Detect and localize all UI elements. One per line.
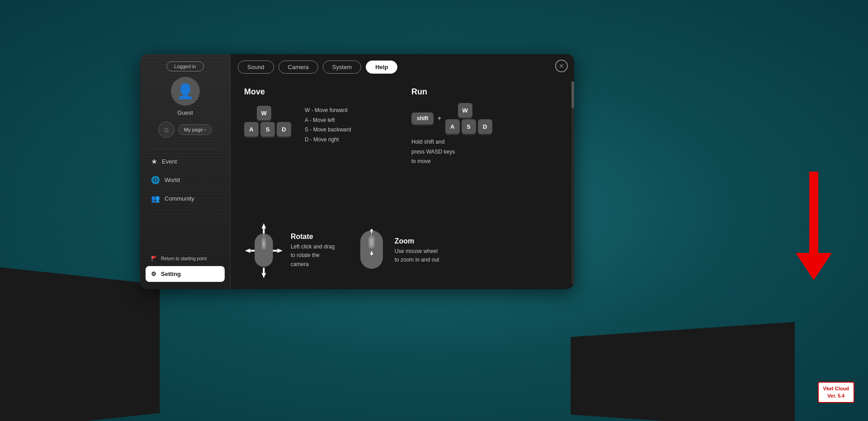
run-key-w: W bbox=[458, 103, 472, 117]
svg-rect-3 bbox=[263, 268, 265, 273]
tab-camera[interactable]: Camera bbox=[278, 61, 318, 74]
move-section: Move W A bbox=[244, 87, 393, 212]
bg-block-right bbox=[571, 322, 795, 421]
zoom-desc-block: Zoom Use mouse wheel to zoom in and out bbox=[395, 237, 439, 264]
bg-block-left bbox=[0, 267, 160, 421]
key-d: D bbox=[277, 122, 291, 136]
sidebar: Logged in 👤 Guest ⌂ My page › ★ Event 🌐 … bbox=[140, 54, 231, 289]
sidebar-item-world[interactable]: 🌐 World bbox=[146, 171, 225, 189]
tab-sound[interactable]: Sound bbox=[238, 61, 274, 74]
tabs-row: Sound Camera System Help ✕ bbox=[231, 54, 574, 78]
sidebar-divider bbox=[149, 149, 221, 149]
svg-rect-11 bbox=[263, 241, 265, 247]
home-button[interactable]: ⌂ bbox=[158, 122, 175, 138]
return-label: Return to starting point bbox=[161, 256, 207, 262]
sidebar-item-community[interactable]: 👥 Community bbox=[146, 190, 225, 207]
svg-marker-4 bbox=[245, 248, 250, 253]
flag-icon: 🚩 bbox=[151, 256, 157, 262]
key-w: W bbox=[257, 106, 271, 120]
sidebar-item-label: Event bbox=[162, 158, 177, 165]
zoom-section: Zoom Use mouse wheel to zoom in and out bbox=[356, 221, 449, 280]
key-shift: shift bbox=[411, 112, 434, 124]
zoom-description: Use mouse wheel to zoom in and out bbox=[395, 247, 439, 264]
username-label: Guest bbox=[177, 109, 193, 116]
move-title: Move bbox=[244, 87, 393, 97]
svg-marker-6 bbox=[277, 248, 283, 253]
zoom-mouse-icon bbox=[356, 226, 387, 276]
scrollbar-thumb[interactable] bbox=[571, 81, 574, 108]
close-button[interactable]: ✕ bbox=[555, 60, 568, 72]
run-key-d: D bbox=[478, 119, 492, 134]
run-description: Hold shift and press WASD keys to move bbox=[411, 137, 561, 167]
svg-marker-0 bbox=[262, 223, 266, 229]
move-description: W - Move forward A - Move left S - Move … bbox=[305, 106, 351, 145]
run-section: Run shift + W A bbox=[411, 87, 561, 212]
run-keys: shift + W A bbox=[411, 103, 561, 134]
avatar-icon: 👤 bbox=[176, 83, 194, 100]
plus-sign: + bbox=[437, 114, 441, 122]
rotate-section: Rotate Left click and drag to rotate the… bbox=[244, 221, 338, 280]
svg-marker-2 bbox=[262, 273, 266, 278]
rotate-title: Rotate bbox=[291, 233, 338, 241]
key-s: S bbox=[260, 122, 275, 136]
key-a: A bbox=[244, 122, 259, 136]
svg-marker-16 bbox=[370, 229, 373, 231]
red-arrow-indicator bbox=[796, 172, 832, 280]
run-wasd-keys: W A S D bbox=[445, 103, 492, 134]
arrow-shaft bbox=[809, 172, 818, 253]
run-title: Run bbox=[411, 87, 561, 97]
svg-rect-1 bbox=[263, 229, 265, 234]
version-line1: Vket Cloud bbox=[823, 386, 849, 391]
setting-icon: ⚙ bbox=[151, 271, 156, 277]
run-key-s: S bbox=[462, 119, 476, 134]
community-icon: 👥 bbox=[151, 194, 160, 203]
home-icon: ⌂ bbox=[164, 126, 169, 134]
mypage-button[interactable]: My page › bbox=[178, 124, 212, 135]
event-icon: ★ bbox=[151, 157, 157, 166]
setting-label: Setting bbox=[161, 271, 181, 277]
settings-panel: Logged in 👤 Guest ⌂ My page › ★ Event 🌐 … bbox=[140, 54, 574, 289]
nav-bottom: 🚩 Return to starting point ⚙ Setting bbox=[140, 252, 230, 282]
world-icon: 🌐 bbox=[151, 176, 160, 184]
setting-button[interactable]: ⚙ Setting bbox=[146, 266, 225, 282]
version-line2: Ver. 5.4 bbox=[827, 393, 844, 398]
mouse-controls: Rotate Left click and drag to rotate the… bbox=[231, 221, 574, 289]
sidebar-item-label: World bbox=[165, 177, 180, 183]
main-content: Sound Camera System Help ✕ Move bbox=[231, 54, 574, 289]
tab-system[interactable]: System bbox=[323, 61, 361, 74]
sidebar-item-event[interactable]: ★ Event bbox=[146, 153, 225, 170]
sidebar-actions: ⌂ My page › bbox=[158, 122, 212, 138]
version-badge: Vket Cloud Ver. 5.4 bbox=[818, 382, 854, 403]
scrollbar-track bbox=[571, 81, 574, 285]
tab-help[interactable]: Help bbox=[366, 61, 397, 74]
nav-items: ★ Event 🌐 World 👥 Community bbox=[140, 153, 230, 252]
svg-rect-19 bbox=[370, 239, 373, 246]
avatar: 👤 bbox=[171, 77, 200, 106]
wasd-keys: W A S D bbox=[244, 106, 291, 136]
rotate-desc-block: Rotate Left click and drag to rotate the… bbox=[291, 233, 338, 269]
logged-in-badge: Logged in bbox=[166, 61, 203, 71]
zoom-title: Zoom bbox=[395, 237, 439, 245]
sidebar-item-label: Community bbox=[165, 195, 194, 202]
rotate-description: Left click and drag to rotate the camera bbox=[291, 243, 338, 269]
help-content: Move W A bbox=[231, 78, 574, 221]
close-icon: ✕ bbox=[559, 62, 564, 70]
return-to-start-button[interactable]: 🚩 Return to starting point bbox=[146, 252, 225, 265]
rotate-mouse-icon bbox=[244, 221, 283, 280]
arrow-head bbox=[796, 253, 832, 280]
run-key-a: A bbox=[445, 119, 460, 134]
